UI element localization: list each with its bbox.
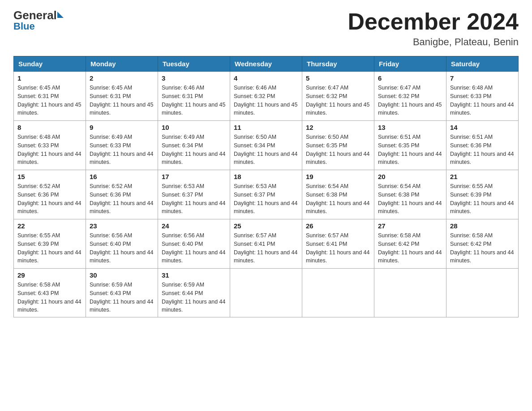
day-info: Sunrise: 6:48 AMSunset: 6:33 PMDaylight:… — [17, 133, 82, 167]
day-info: Sunrise: 6:59 AMSunset: 6:43 PMDaylight:… — [90, 281, 154, 314]
calendar-cell: 13Sunrise: 6:51 AMSunset: 6:35 PMDayligh… — [374, 121, 446, 170]
calendar-cell: 18Sunrise: 6:53 AMSunset: 6:37 PMDayligh… — [230, 170, 302, 219]
calendar-cell: 8Sunrise: 6:48 AMSunset: 6:33 PMDaylight… — [14, 121, 86, 170]
calendar-cell: 4Sunrise: 6:46 AMSunset: 6:32 PMDaylight… — [230, 72, 302, 121]
col-tuesday: Tuesday — [158, 56, 230, 72]
calendar-cell: 26Sunrise: 6:57 AMSunset: 6:41 PMDayligh… — [302, 219, 374, 269]
calendar-cell: 11Sunrise: 6:50 AMSunset: 6:34 PMDayligh… — [230, 121, 302, 170]
day-info: Sunrise: 6:57 AMSunset: 6:41 PMDaylight:… — [306, 231, 370, 265]
day-number: 21 — [450, 173, 515, 180]
calendar-body: 1Sunrise: 6:45 AMSunset: 6:31 PMDaylight… — [14, 72, 519, 317]
day-number: 15 — [17, 173, 82, 180]
day-info: Sunrise: 6:56 AMSunset: 6:40 PMDaylight:… — [90, 231, 154, 265]
day-info: Sunrise: 6:55 AMSunset: 6:39 PMDaylight:… — [450, 182, 515, 216]
calendar-cell: 16Sunrise: 6:52 AMSunset: 6:36 PMDayligh… — [86, 170, 158, 219]
calendar-cell: 20Sunrise: 6:54 AMSunset: 6:38 PMDayligh… — [374, 170, 446, 219]
day-info: Sunrise: 6:57 AMSunset: 6:41 PMDaylight:… — [234, 231, 298, 265]
day-info: Sunrise: 6:58 AMSunset: 6:42 PMDaylight:… — [378, 231, 442, 265]
day-info: Sunrise: 6:56 AMSunset: 6:40 PMDaylight:… — [162, 231, 226, 265]
col-saturday: Saturday — [446, 56, 519, 72]
day-info: Sunrise: 6:46 AMSunset: 6:31 PMDaylight:… — [162, 84, 226, 117]
calendar-cell: 28Sunrise: 6:58 AMSunset: 6:42 PMDayligh… — [446, 219, 519, 269]
header-row: Sunday Monday Tuesday Wednesday Thursday… — [14, 56, 519, 72]
day-number: 2 — [90, 74, 154, 82]
calendar-week-row: 22Sunrise: 6:55 AMSunset: 6:39 PMDayligh… — [14, 219, 519, 269]
calendar-cell: 17Sunrise: 6:53 AMSunset: 6:37 PMDayligh… — [158, 170, 230, 219]
calendar-week-row: 1Sunrise: 6:45 AMSunset: 6:31 PMDaylight… — [14, 72, 519, 121]
calendar-cell: 29Sunrise: 6:58 AMSunset: 6:43 PMDayligh… — [14, 269, 86, 317]
day-info: Sunrise: 6:51 AMSunset: 6:35 PMDaylight:… — [378, 133, 442, 167]
month-year-title: December 2024 — [348, 9, 519, 34]
day-info: Sunrise: 6:59 AMSunset: 6:44 PMDaylight:… — [162, 281, 226, 314]
day-info: Sunrise: 6:51 AMSunset: 6:36 PMDaylight:… — [450, 133, 515, 167]
calendar-cell: 2Sunrise: 6:45 AMSunset: 6:31 PMDaylight… — [86, 72, 158, 121]
calendar-cell: 9Sunrise: 6:49 AMSunset: 6:33 PMDaylight… — [86, 121, 158, 170]
day-info: Sunrise: 6:53 AMSunset: 6:37 PMDaylight:… — [234, 182, 298, 216]
day-number: 8 — [17, 124, 82, 131]
day-number: 30 — [90, 271, 154, 279]
col-wednesday: Wednesday — [230, 56, 302, 72]
day-info: Sunrise: 6:48 AMSunset: 6:33 PMDaylight:… — [450, 84, 515, 117]
calendar-week-row: 29Sunrise: 6:58 AMSunset: 6:43 PMDayligh… — [14, 269, 519, 317]
day-number: 28 — [450, 222, 515, 230]
day-number: 9 — [90, 124, 154, 131]
day-number: 18 — [234, 173, 298, 180]
calendar-cell: 25Sunrise: 6:57 AMSunset: 6:41 PMDayligh… — [230, 219, 302, 269]
calendar-cell: 1Sunrise: 6:45 AMSunset: 6:31 PMDaylight… — [14, 72, 86, 121]
day-info: Sunrise: 6:49 AMSunset: 6:33 PMDaylight:… — [90, 133, 154, 167]
day-info: Sunrise: 6:45 AMSunset: 6:31 PMDaylight:… — [17, 84, 82, 117]
day-number: 24 — [162, 222, 226, 230]
day-number: 5 — [306, 74, 370, 82]
logo-blue: Blue — [13, 21, 64, 32]
col-thursday: Thursday — [302, 56, 374, 72]
day-number: 20 — [378, 173, 442, 180]
calendar-cell: 14Sunrise: 6:51 AMSunset: 6:36 PMDayligh… — [446, 121, 519, 170]
day-info: Sunrise: 6:46 AMSunset: 6:32 PMDaylight:… — [234, 84, 298, 117]
calendar-cell: 19Sunrise: 6:54 AMSunset: 6:38 PMDayligh… — [302, 170, 374, 219]
day-number: 29 — [17, 271, 82, 279]
calendar-cell — [302, 269, 374, 317]
calendar-cell: 27Sunrise: 6:58 AMSunset: 6:42 PMDayligh… — [374, 219, 446, 269]
calendar-cell: 3Sunrise: 6:46 AMSunset: 6:31 PMDaylight… — [158, 72, 230, 121]
day-info: Sunrise: 6:45 AMSunset: 6:31 PMDaylight:… — [90, 84, 154, 117]
day-info: Sunrise: 6:54 AMSunset: 6:38 PMDaylight:… — [378, 182, 442, 216]
calendar-cell: 5Sunrise: 6:47 AMSunset: 6:32 PMDaylight… — [302, 72, 374, 121]
calendar-week-row: 15Sunrise: 6:52 AMSunset: 6:36 PMDayligh… — [14, 170, 519, 219]
calendar-cell — [230, 269, 302, 317]
calendar-cell: 23Sunrise: 6:56 AMSunset: 6:40 PMDayligh… — [86, 219, 158, 269]
logo-arrow-icon — [57, 12, 64, 18]
day-number: 1 — [17, 74, 82, 82]
col-sunday: Sunday — [14, 56, 86, 72]
day-number: 23 — [90, 222, 154, 230]
day-number: 7 — [450, 74, 515, 82]
col-monday: Monday — [86, 56, 158, 72]
logo-general: General — [13, 9, 64, 22]
day-info: Sunrise: 6:52 AMSunset: 6:36 PMDaylight:… — [17, 182, 82, 216]
page-header: General Blue December 2024 Banigbe, Plat… — [13, 9, 519, 48]
calendar-cell: 7Sunrise: 6:48 AMSunset: 6:33 PMDaylight… — [446, 72, 519, 121]
day-info: Sunrise: 6:52 AMSunset: 6:36 PMDaylight:… — [90, 182, 154, 216]
day-number: 22 — [17, 222, 82, 230]
location-subtitle: Banigbe, Plateau, Benin — [348, 36, 519, 48]
day-number: 10 — [162, 124, 226, 131]
calendar-cell: 30Sunrise: 6:59 AMSunset: 6:43 PMDayligh… — [86, 269, 158, 317]
day-number: 14 — [450, 124, 515, 131]
logo: General Blue — [13, 9, 64, 32]
day-info: Sunrise: 6:50 AMSunset: 6:35 PMDaylight:… — [306, 133, 370, 167]
day-number: 6 — [378, 74, 442, 82]
calendar-cell: 6Sunrise: 6:47 AMSunset: 6:32 PMDaylight… — [374, 72, 446, 121]
day-info: Sunrise: 6:53 AMSunset: 6:37 PMDaylight:… — [162, 182, 226, 216]
calendar-cell: 21Sunrise: 6:55 AMSunset: 6:39 PMDayligh… — [446, 170, 519, 219]
title-area: December 2024 Banigbe, Plateau, Benin — [348, 9, 519, 48]
day-number: 16 — [90, 173, 154, 180]
day-info: Sunrise: 6:55 AMSunset: 6:39 PMDaylight:… — [17, 231, 82, 265]
day-number: 11 — [234, 124, 298, 131]
day-info: Sunrise: 6:47 AMSunset: 6:32 PMDaylight:… — [306, 84, 370, 117]
col-friday: Friday — [374, 56, 446, 72]
day-info: Sunrise: 6:58 AMSunset: 6:43 PMDaylight:… — [17, 281, 82, 314]
day-number: 17 — [162, 173, 226, 180]
day-info: Sunrise: 6:47 AMSunset: 6:32 PMDaylight:… — [378, 84, 442, 117]
calendar-cell: 10Sunrise: 6:49 AMSunset: 6:34 PMDayligh… — [158, 121, 230, 170]
day-number: 31 — [162, 271, 226, 279]
day-number: 27 — [378, 222, 442, 230]
